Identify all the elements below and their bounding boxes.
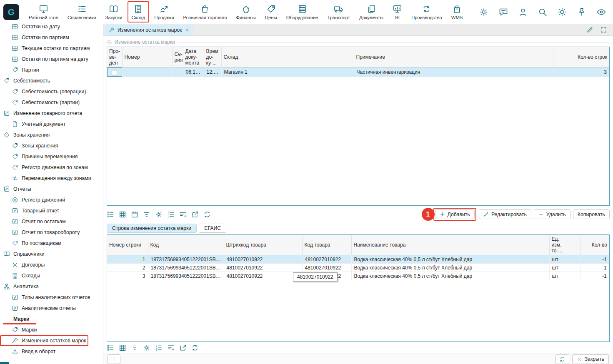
sidebar-item[interactable]: По поставщикам <box>0 238 103 249</box>
sidebar-item[interactable]: Себестоимость (операции) <box>0 86 103 97</box>
sidebar-item[interactable]: Марки <box>0 324 103 335</box>
menu-item[interactable]: Транспорт <box>323 1 354 22</box>
sidebar-item[interactable]: Аналитические отчеты <box>0 303 103 314</box>
line-number-cell[interactable]: 3 <box>107 272 148 280</box>
refresh-button[interactable] <box>555 354 569 364</box>
grid-tool[interactable] <box>143 211 150 218</box>
topbar-action[interactable] <box>538 7 548 17</box>
sidebar-item[interactable]: Склады <box>0 270 103 281</box>
barcode-cell[interactable]: 4810027010922 <box>224 272 302 280</box>
col-item-name[interactable]: Наименование товара <box>351 235 549 255</box>
topbar-action[interactable] <box>518 7 528 17</box>
grid-tool[interactable] <box>191 211 199 218</box>
col-warehouse[interactable]: Склад <box>221 47 354 67</box>
menu-item[interactable]: Документы <box>355 1 388 22</box>
col-series[interactable]: Се- рия <box>172 47 183 67</box>
grid-tool[interactable] <box>179 344 187 352</box>
item-name-cell[interactable]: Водка классическая 40% 0,5 л ст/бут Хлеб… <box>351 264 549 272</box>
code-cell[interactable]: 187317569934051222001SBAV... <box>148 264 224 272</box>
copy-button[interactable]: Копировать <box>573 209 610 219</box>
col-time[interactable]: Врем до- ку-... <box>204 47 221 67</box>
menu-item[interactable]: Производство <box>407 1 446 22</box>
grid-tool[interactable] <box>155 344 163 352</box>
window-action[interactable] <box>600 26 607 33</box>
col-code[interactable]: Код <box>148 235 224 255</box>
menu-item[interactable]: WMS <box>447 1 467 22</box>
edit-button[interactable]: Редактировать <box>479 209 531 219</box>
topbar-action[interactable] <box>557 7 567 17</box>
sidebar-item[interactable]: Отчет по остаткам <box>0 216 103 227</box>
item-name-cell[interactable]: Водка классическая 40% 0,5 л ст/бут Хлеб… <box>351 255 549 264</box>
grid-tool[interactable] <box>167 211 175 218</box>
sidebar-item[interactable]: Регистр движений <box>0 194 103 205</box>
posted-cell[interactable] <box>107 67 122 77</box>
sidebar-item[interactable]: Отчет по товарообороту <box>0 227 103 238</box>
menu-item[interactable]: Склад <box>128 1 150 22</box>
grid-tool[interactable] <box>155 211 163 218</box>
warehouse-cell[interactable]: Магазин 1 <box>221 67 354 77</box>
line-row[interactable]: 1 187317569934051222001SBAV... 481002701… <box>107 255 609 264</box>
grid-tool[interactable] <box>167 344 175 352</box>
sidebar-item[interactable]: Текущие остатки по партиям <box>0 43 103 54</box>
line-number-cell[interactable]: 2 <box>107 264 148 272</box>
grid-tool[interactable] <box>131 211 138 218</box>
app-logo[interactable]: G <box>3 4 19 20</box>
sidebar-item[interactable]: Зоны хранения <box>0 140 103 151</box>
line-number-cell[interactable]: 1 <box>107 255 148 264</box>
sidebar-item[interactable]: Партии <box>0 65 103 75</box>
col-date[interactable]: Дата доку- мента <box>183 47 204 67</box>
sidebar-item[interactable]: Регистр движения по зонам <box>0 162 103 173</box>
tab-mark-changes[interactable]: Изменения остатков марок × <box>105 25 193 35</box>
unit-cell[interactable]: шт <box>549 255 580 264</box>
col-line-count[interactable]: Кол-во строк <box>553 47 609 67</box>
sidebar-item[interactable]: Типы аналитических отчетов <box>0 292 103 303</box>
barcode-cell[interactable]: 4810027010922 <box>224 264 302 272</box>
col-item-code[interactable]: Код товара <box>302 235 351 255</box>
series-cell[interactable] <box>172 67 183 77</box>
topbar-action[interactable] <box>479 7 489 17</box>
menu-item[interactable]: BI <box>388 1 406 22</box>
line-row[interactable]: 3 187317569934051222001SBAV... 481002701… <box>107 272 609 280</box>
menu-item[interactable]: Рабочий стол <box>25 1 63 22</box>
delete-button[interactable]: Удалить <box>534 209 570 219</box>
menu-item[interactable]: Розничная торговля <box>179 1 231 22</box>
grid-tool[interactable] <box>119 344 126 352</box>
grid-tool[interactable] <box>191 344 199 352</box>
topbar-action[interactable] <box>596 7 606 17</box>
sidebar-scrollbar[interactable] <box>0 362 9 364</box>
sidebar-item[interactable]: Остатки по партиям на дату <box>0 54 103 65</box>
code-cell[interactable]: 187317569934051222001SBAV... <box>148 272 224 280</box>
detail-tab[interactable]: Строка изменения остатка марки <box>107 224 197 233</box>
sidebar-item[interactable]: Аналитика <box>0 281 103 292</box>
sidebar-item[interactable]: Справочники <box>0 249 103 259</box>
sidebar-item[interactable]: Ввод в оборот <box>0 346 103 357</box>
menu-item[interactable]: Оборудование <box>282 1 323 22</box>
number-cell[interactable] <box>122 67 172 77</box>
col-barcode[interactable]: Штрихкод товара <box>224 235 302 255</box>
topbar-action[interactable] <box>498 7 508 17</box>
line-count-cell[interactable]: 3 <box>553 67 609 77</box>
menu-item[interactable]: Закупки <box>101 1 126 22</box>
sidebar-item[interactable]: Отчеты <box>0 184 103 194</box>
col-note[interactable]: Примечание <box>354 47 553 67</box>
document-row[interactable]: 06.12.24 12:00 Магазин 1 Частичная инвен… <box>107 67 609 77</box>
sidebar-item[interactable]: Себестоимость (партии) <box>0 97 103 108</box>
close-button[interactable]: Закрыть <box>572 354 609 364</box>
col-number[interactable]: Номер <box>122 47 172 67</box>
sidebar-item[interactable]: Учетный документ <box>0 119 103 130</box>
barcode-cell[interactable]: 4810027010922 <box>224 255 302 264</box>
line-row[interactable]: 2 187317569934051222001SBAV... 481002701… <box>107 264 609 272</box>
qty-cell[interactable]: -1 <box>580 272 609 280</box>
sidebar-item[interactable]: Зоны хранения <box>0 130 103 140</box>
collapse-icon[interactable] <box>107 40 112 45</box>
add-button[interactable]: Добавить <box>435 209 475 219</box>
tab-close-icon[interactable]: × <box>185 27 189 33</box>
code-cell[interactable]: 187317569934051222001SBAV... <box>148 255 224 264</box>
col-line-number[interactable]: Номер строки <box>107 235 148 255</box>
item-code-cell[interactable]: 4810027010922 <box>302 255 351 264</box>
time-cell[interactable]: 12:00 <box>204 67 221 77</box>
sidebar-item[interactable]: Перемещения между зонами <box>0 173 103 184</box>
col-unit[interactable]: Ед. изм. то-... <box>549 235 580 255</box>
window-action[interactable] <box>586 26 593 33</box>
grid-tool[interactable] <box>107 211 114 218</box>
